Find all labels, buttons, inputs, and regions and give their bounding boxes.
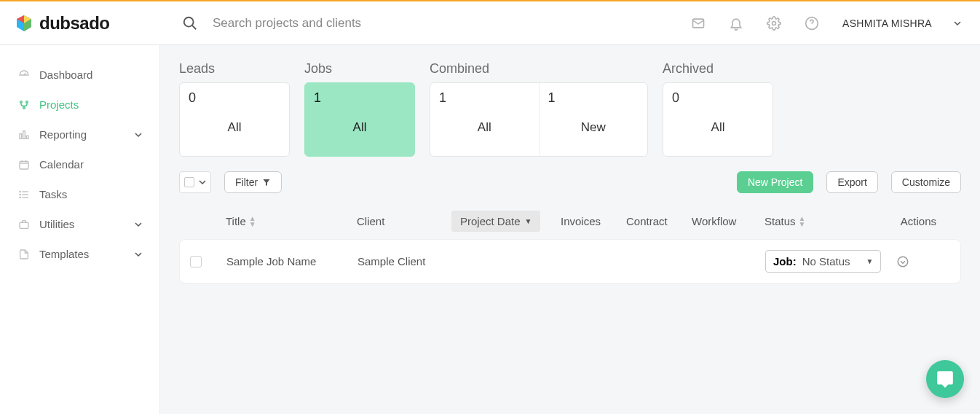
segment-label: All xyxy=(189,106,280,149)
button-label: Export xyxy=(837,176,866,188)
summary-segment[interactable]: 1All xyxy=(430,83,539,156)
sidebar-item-label: Reporting xyxy=(39,128,87,141)
th-title[interactable]: Title ▲▼ xyxy=(226,215,357,227)
summary-segment[interactable]: 1All xyxy=(305,83,414,156)
sidebar-item-label: Tasks xyxy=(39,188,67,200)
svg-rect-18 xyxy=(20,161,28,169)
svg-rect-28 xyxy=(20,222,28,228)
sidebar-item-label: Calendar xyxy=(39,158,84,171)
segment-count: 0 xyxy=(189,90,280,106)
filter-icon xyxy=(262,178,271,187)
calendar-icon xyxy=(17,159,31,171)
table-header: Title ▲▼ Client Project Date ▼ Invoices … xyxy=(179,203,961,239)
summary-segment[interactable]: 1New xyxy=(539,83,648,156)
summary-title-combined: Combined xyxy=(430,61,648,77)
svg-point-30 xyxy=(898,257,908,267)
segment-count: 1 xyxy=(314,90,406,106)
svg-point-11 xyxy=(20,101,23,103)
summary-segment[interactable]: 0All xyxy=(180,83,289,156)
search-input[interactable] xyxy=(213,16,504,31)
mail-icon[interactable] xyxy=(691,16,706,31)
sidebar-item-dashboard[interactable]: Dashboard xyxy=(0,60,159,90)
th-actions: Actions xyxy=(896,215,951,227)
sidebar-item-label: Templates xyxy=(39,248,89,260)
th-invoices[interactable]: Invoices xyxy=(561,215,626,227)
sidebar-item-label: Utilities xyxy=(39,218,74,230)
chat-launcher[interactable] xyxy=(926,360,964,398)
cell-client: Sample Client xyxy=(357,255,452,267)
content-area: Leads0AllJobs1AllCombined1All1NewArchive… xyxy=(160,45,980,414)
svg-rect-16 xyxy=(23,130,25,138)
search-icon[interactable] xyxy=(182,15,198,31)
checkbox-icon xyxy=(184,177,194,187)
segment-label: New xyxy=(548,106,639,149)
status-prefix: Job: xyxy=(773,255,797,267)
segment-label: All xyxy=(314,106,406,149)
svg-rect-15 xyxy=(20,133,22,138)
chevron-down-icon xyxy=(199,179,206,186)
chat-icon xyxy=(936,370,955,388)
row-checkbox[interactable] xyxy=(190,256,202,267)
sidebar-item-reporting[interactable]: Reporting xyxy=(0,120,159,149)
table-row[interactable]: Sample Job Name Sample Client Job: No St… xyxy=(179,239,961,284)
th-contract[interactable]: Contract xyxy=(626,215,692,227)
summary-card-combined[interactable]: 1All1New xyxy=(430,82,648,157)
brand-name: dubsado xyxy=(39,13,110,34)
button-label: New Project xyxy=(748,176,802,188)
new-project-button[interactable]: New Project xyxy=(737,171,813,193)
svg-point-7 xyxy=(772,21,776,25)
chevron-down-icon xyxy=(954,20,961,27)
segment-label: All xyxy=(439,106,530,149)
summary-card-jobs[interactable]: 1All xyxy=(304,82,415,157)
svg-point-13 xyxy=(23,106,25,109)
status-value: No Status xyxy=(802,255,850,267)
svg-point-12 xyxy=(26,101,28,103)
th-status[interactable]: Status ▲▼ xyxy=(764,215,896,227)
select-all-combo[interactable] xyxy=(179,171,211,193)
th-workflow[interactable]: Workflow xyxy=(692,215,764,227)
user-menu[interactable]: ASHMITA MISHRA xyxy=(842,17,965,29)
svg-point-27 xyxy=(20,197,20,198)
sidebar-item-templates[interactable]: Templates xyxy=(0,239,159,269)
user-name: ASHMITA MISHRA xyxy=(842,17,932,29)
summary-card-archived[interactable]: 0All xyxy=(663,82,773,157)
app-header: dubsado ASHMITA MISHRA xyxy=(0,1,980,45)
row-actions-icon[interactable] xyxy=(896,255,936,268)
chevron-down-icon xyxy=(135,131,142,138)
svg-point-4 xyxy=(184,17,194,26)
th-client[interactable]: Client xyxy=(357,215,451,227)
chevron-down-icon xyxy=(135,251,142,258)
svg-point-26 xyxy=(20,194,20,195)
sidebar-item-label: Projects xyxy=(39,98,79,111)
sidebar-item-calendar[interactable]: Calendar xyxy=(0,149,159,179)
sidebar-item-utilities[interactable]: Utilities xyxy=(0,209,159,239)
summary-title-archived: Archived xyxy=(663,61,773,77)
segment-count: 1 xyxy=(548,90,639,106)
customize-button[interactable]: Customize xyxy=(891,171,961,193)
help-icon[interactable] xyxy=(805,16,819,31)
filter-button[interactable]: Filter xyxy=(224,171,282,193)
sidebar-item-label: Dashboard xyxy=(39,69,92,81)
bell-icon[interactable] xyxy=(729,16,743,31)
chevron-down-icon xyxy=(135,221,142,228)
segment-label: All xyxy=(672,106,764,149)
brand-logo-icon xyxy=(15,14,33,33)
summary-title-leads: Leads xyxy=(179,61,290,77)
sort-icon: ▲▼ xyxy=(799,216,806,227)
svg-line-5 xyxy=(192,26,196,29)
gear-icon[interactable] xyxy=(767,16,781,31)
sidebar-item-tasks[interactable]: Tasks xyxy=(0,179,159,209)
cell-title: Sample Job Name xyxy=(226,255,357,267)
chart-icon xyxy=(17,129,31,141)
export-button[interactable]: Export xyxy=(826,171,877,193)
brand[interactable]: dubsado xyxy=(0,13,160,34)
toolbox-icon xyxy=(17,219,31,230)
summary-segment[interactable]: 0All xyxy=(663,83,772,156)
branch-icon xyxy=(17,99,31,111)
summary-card-leads[interactable]: 0All xyxy=(179,82,290,157)
svg-point-25 xyxy=(20,191,20,192)
sidebar-item-projects[interactable]: Projects xyxy=(0,90,159,120)
th-project-date[interactable]: Project Date ▼ xyxy=(451,211,561,232)
status-dropdown[interactable]: Job: No Status ▼ xyxy=(765,250,881,273)
button-label: Filter xyxy=(235,176,258,188)
